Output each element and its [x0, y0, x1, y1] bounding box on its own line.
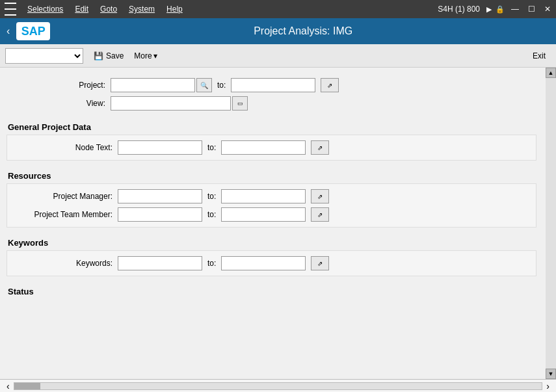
keywords-to-label: to: [207, 259, 216, 268]
project-manager-label: Project Manager: [14, 192, 118, 201]
more-button[interactable]: More ▾ [134, 51, 157, 60]
project-team-label: Project Team Member: [14, 210, 118, 219]
node-text-row: Node Text: to: ⇗ [14, 140, 529, 155]
menu-item-goto[interactable]: Goto [95, 3, 122, 15]
node-text-range-button[interactable]: ⇗ [311, 140, 329, 155]
project-to-label: to: [217, 81, 226, 90]
sap-logo-text: SAP [21, 25, 46, 38]
right-scrollbar: ▲ ▼ [546, 68, 556, 379]
main-wrapper: Project: 🔍 to: ⇗ View: ▭ General Project… [0, 68, 556, 379]
menu-items: Selections Edit Goto System Help [22, 3, 438, 15]
scroll-track [546, 78, 556, 369]
menu-item-edit[interactable]: Edit [70, 3, 94, 15]
view-input[interactable] [111, 96, 231, 111]
save-button[interactable]: 💾 Save [88, 50, 129, 62]
section-keywords: Keywords Keywords: to: ⇗ [7, 234, 536, 276]
horizontal-scrollbar[interactable] [14, 382, 543, 390]
toolbar-dropdown[interactable] [5, 48, 83, 64]
project-manager-to-label: to: [207, 192, 216, 201]
menu-item-help[interactable]: Help [161, 3, 188, 15]
node-text-to-label: to: [207, 143, 216, 152]
node-text-label: Node Text: [14, 143, 118, 152]
project-team-row: Project Team Member: to: ⇗ [14, 207, 529, 222]
save-icon: 💾 [94, 51, 103, 60]
scroll-down-button[interactable]: ▼ [546, 369, 556, 379]
menu-bar: Selections Edit Goto System Help S4H (1)… [0, 0, 556, 18]
page-title: Project Analysis: IMG [57, 25, 549, 37]
exit-button[interactable]: Exit [527, 50, 551, 62]
scroll-left-button[interactable]: ‹ [5, 381, 11, 391]
project-team-to-label: to: [207, 210, 216, 219]
status-bar: ‹ › [0, 379, 556, 392]
keywords-label: Keywords: [14, 259, 118, 268]
section-general-title: General Project Data [7, 118, 536, 135]
section-status-title: Status [7, 283, 536, 299]
lock-icon[interactable]: 🔒 [496, 5, 505, 14]
project-search-icon[interactable]: 🔍 [196, 78, 212, 92]
top-section: Project: 🔍 to: ⇗ View: ▭ [7, 74, 536, 114]
back-button[interactable]: ‹ [7, 25, 10, 37]
restore-btn[interactable]: ☐ [525, 5, 538, 14]
section-general-body: Node Text: to: ⇗ [7, 135, 536, 161]
scroll-right-button[interactable]: › [545, 381, 551, 391]
more-label: More [134, 51, 152, 60]
section-resources-title: Resources [7, 167, 536, 183]
menu-item-system[interactable]: System [124, 3, 160, 15]
project-manager-input[interactable] [118, 189, 202, 203]
keywords-to-input[interactable] [221, 256, 306, 270]
section-general-project-data: General Project Data Node Text: to: ⇗ [7, 118, 536, 161]
project-label: Project: [7, 81, 111, 90]
project-to-input[interactable] [231, 78, 315, 92]
project-manager-to-input[interactable] [221, 189, 306, 203]
project-manager-range-button[interactable]: ⇗ [311, 189, 329, 203]
view-row: View: ▭ [7, 96, 536, 111]
hamburger-menu[interactable] [3, 1, 18, 17]
play-icon[interactable]: ▶ [486, 5, 492, 14]
toolbar: 💾 Save More ▾ Exit [0, 44, 556, 68]
scroll-up-button[interactable]: ▲ [546, 68, 556, 78]
project-team-range-button[interactable]: ⇗ [311, 207, 329, 222]
minimize-btn[interactable]: — [509, 5, 522, 14]
scrollbar-thumb [14, 383, 40, 389]
section-keywords-title: Keywords [7, 234, 536, 250]
node-text-to-input[interactable] [221, 140, 306, 155]
more-chevron-icon: ▾ [153, 51, 157, 60]
save-label: Save [106, 51, 124, 60]
section-resources: Resources Project Manager: to: ⇗ Project… [7, 167, 536, 228]
server-info: S4H (1) 800 [438, 5, 480, 14]
menu-item-selections[interactable]: Selections [22, 3, 68, 15]
project-row: Project: 🔍 to: ⇗ [7, 78, 536, 92]
section-resources-body: Project Manager: to: ⇗ Project Team Memb… [7, 183, 536, 228]
project-team-to-input[interactable] [221, 207, 306, 222]
project-team-input[interactable] [118, 207, 202, 222]
title-bar: ‹ SAP Project Analysis: IMG [0, 18, 556, 44]
section-status: Status [7, 283, 536, 299]
project-range-button[interactable]: ⇗ [321, 78, 339, 92]
view-label: View: [7, 99, 111, 108]
sap-logo: SAP [16, 22, 50, 40]
node-text-input[interactable] [118, 140, 202, 155]
window-controls: S4H (1) 800 ▶ 🔒 — ☐ ✕ [438, 5, 553, 14]
close-btn[interactable]: ✕ [542, 5, 553, 14]
content-inner: Project: 🔍 to: ⇗ View: ▭ General Project… [0, 68, 556, 379]
section-keywords-body: Keywords: to: ⇗ [7, 250, 536, 276]
project-manager-row: Project Manager: to: ⇗ [14, 189, 529, 203]
keywords-input[interactable] [118, 256, 202, 270]
keywords-range-button[interactable]: ⇗ [311, 256, 329, 270]
project-input[interactable] [111, 78, 195, 92]
keywords-row: Keywords: to: ⇗ [14, 256, 529, 270]
view-expand-icon[interactable]: ▭ [232, 96, 248, 111]
